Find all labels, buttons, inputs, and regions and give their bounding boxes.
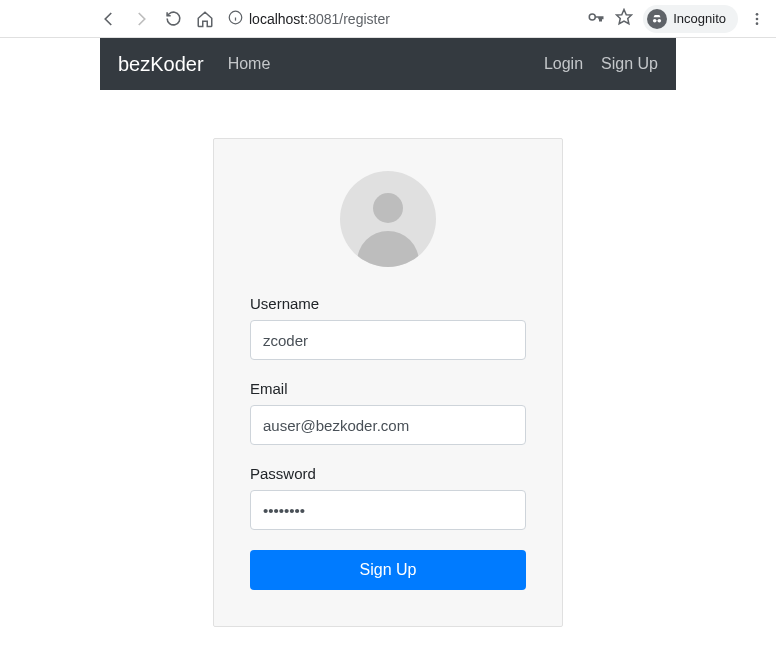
username-input[interactable] bbox=[250, 320, 526, 360]
key-icon[interactable] bbox=[587, 8, 605, 30]
username-group: Username bbox=[250, 295, 526, 360]
svg-point-9 bbox=[756, 22, 759, 25]
incognito-badge[interactable]: Incognito bbox=[643, 5, 738, 33]
password-group: Password bbox=[250, 465, 526, 530]
avatar-icon bbox=[340, 171, 436, 267]
password-label: Password bbox=[250, 465, 526, 482]
signup-button[interactable]: Sign Up bbox=[250, 550, 526, 590]
email-group: Email bbox=[250, 380, 526, 445]
svg-point-3 bbox=[589, 14, 595, 20]
browser-toolbar: localhost:8081/register Incognito bbox=[0, 0, 776, 38]
brand-logo[interactable]: bezKoder bbox=[118, 53, 204, 76]
svg-point-5 bbox=[653, 19, 657, 23]
svg-marker-4 bbox=[617, 9, 632, 23]
back-icon[interactable] bbox=[100, 10, 118, 28]
home-icon[interactable] bbox=[196, 10, 214, 28]
menu-dots-icon[interactable] bbox=[748, 10, 766, 28]
incognito-icon bbox=[647, 9, 667, 29]
page-content: Username Email Password Sign Up bbox=[0, 90, 776, 627]
svg-point-6 bbox=[658, 19, 662, 23]
nav-signup[interactable]: Sign Up bbox=[601, 55, 658, 73]
password-input[interactable] bbox=[250, 490, 526, 530]
nav-login[interactable]: Login bbox=[544, 55, 583, 73]
app-navbar: bezKoder Home Login Sign Up bbox=[100, 38, 676, 90]
site-info-icon[interactable] bbox=[228, 10, 243, 28]
star-icon[interactable] bbox=[615, 8, 633, 30]
svg-point-7 bbox=[756, 13, 759, 16]
browser-right-controls: Incognito bbox=[587, 5, 766, 33]
nav-arrows bbox=[100, 10, 214, 28]
email-input[interactable] bbox=[250, 405, 526, 445]
nav-home[interactable]: Home bbox=[228, 55, 271, 73]
url-text: localhost:8081/register bbox=[249, 11, 390, 27]
reload-icon[interactable] bbox=[164, 10, 182, 28]
address-bar[interactable]: localhost:8081/register bbox=[228, 10, 573, 28]
incognito-label: Incognito bbox=[673, 11, 726, 26]
forward-icon[interactable] bbox=[132, 10, 150, 28]
username-label: Username bbox=[250, 295, 526, 312]
svg-point-8 bbox=[756, 17, 759, 20]
register-card: Username Email Password Sign Up bbox=[213, 138, 563, 627]
avatar-wrap bbox=[250, 171, 526, 267]
email-label: Email bbox=[250, 380, 526, 397]
